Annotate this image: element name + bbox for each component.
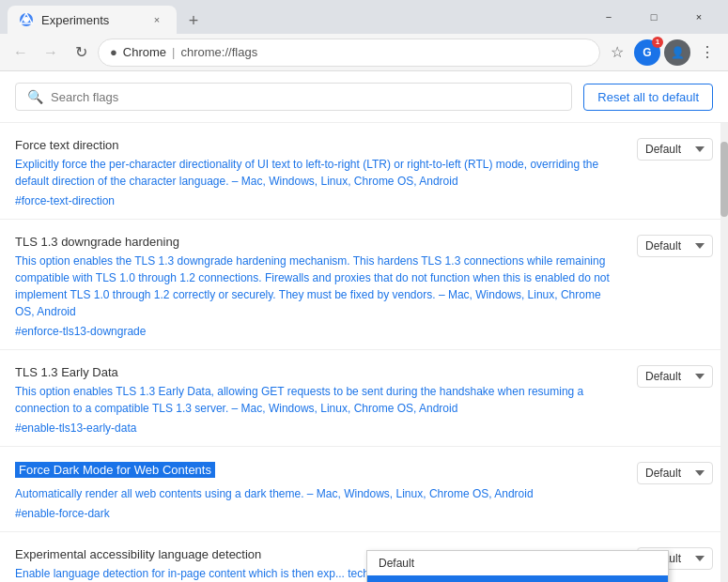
window-controls: − □ × xyxy=(587,2,720,32)
flag-select-tls13-early-data[interactable]: Default Enabled Disabled xyxy=(637,365,713,388)
force-dark-dropdown: Default Enabled Enabled with simple HSL-… xyxy=(366,550,669,582)
flag-select-wrap: Default Enabled Disabled xyxy=(637,462,713,484)
maximize-button[interactable]: □ xyxy=(632,2,675,32)
flag-anchor[interactable]: #enable-force-dark xyxy=(15,507,110,520)
title-bar: Experiments × + − □ × xyxy=(0,0,728,34)
active-tab[interactable]: Experiments × xyxy=(8,6,177,34)
minimize-button[interactable]: − xyxy=(587,2,630,32)
address-separator: | xyxy=(172,45,175,59)
account-button[interactable]: 👤 xyxy=(664,39,690,66)
scrollbar-thumb[interactable] xyxy=(720,142,728,217)
new-tab-button[interactable]: + xyxy=(180,8,207,34)
flag-title: TLS 1.3 downgrade hardening xyxy=(15,235,615,249)
flag-select-wrap: Default Enabled Disabled xyxy=(637,138,713,161)
flag-item-tls13-early-data: TLS 1.3 Early Data This option enables T… xyxy=(0,350,728,447)
dropdown-option-enabled[interactable]: Enabled xyxy=(367,575,668,582)
flags-page-wrapper: Force text direction Explicitly force th… xyxy=(0,123,728,582)
page-content: 🔍 Reset all to default Force text direct… xyxy=(0,71,728,582)
notification-badge: 1 xyxy=(652,37,663,48)
reload-button[interactable]: ↻ xyxy=(68,39,94,66)
toolbar: ← → ↻ ● Chrome | chrome://flags ☆ G 1 👤 … xyxy=(0,34,728,71)
flag-anchor[interactable]: #enforce-tls13-downgrade xyxy=(15,325,146,338)
address-domain: Chrome xyxy=(123,45,166,59)
flag-description: This option enables the TLS 1.3 downgrad… xyxy=(15,253,615,320)
profile-button[interactable]: G 1 xyxy=(634,39,660,66)
bookmark-button[interactable]: ☆ xyxy=(604,39,630,66)
flags-header: 🔍 Reset all to default xyxy=(0,71,728,123)
flag-select-wrap: Default Enabled Disabled xyxy=(637,235,713,257)
search-input[interactable] xyxy=(51,90,560,104)
flag-title: Force text direction xyxy=(15,138,615,152)
reset-all-button[interactable]: Reset all to default xyxy=(583,84,713,111)
flag-item-force-text-direction: Force text direction Explicitly force th… xyxy=(0,123,728,220)
flag-item-force-dark: Force Dark Mode for Web Contents Automat… xyxy=(0,447,728,532)
flag-anchor[interactable]: #enable-tls13-early-data xyxy=(15,421,136,435)
flag-anchor[interactable]: #force-text-direction xyxy=(15,194,115,207)
forward-button[interactable]: → xyxy=(38,39,64,66)
flag-select-wrap: Default Enabled Disabled xyxy=(637,365,713,388)
toolbar-actions: ☆ G 1 👤 ⋮ xyxy=(604,39,720,66)
flag-description: This option enables TLS 1.3 Early Data, … xyxy=(15,383,615,417)
tab-close-button[interactable]: × xyxy=(148,11,165,28)
flag-item-tls13-downgrade: TLS 1.3 downgrade hardening This option … xyxy=(0,220,728,350)
address-path: chrome://flags xyxy=(181,45,258,59)
flag-title-highlight: Force Dark Mode for Web Contents xyxy=(15,462,215,478)
menu-button[interactable]: ⋮ xyxy=(694,39,720,66)
flag-select-tls13-downgrade[interactable]: Default Enabled Disabled xyxy=(637,235,713,257)
tab-favicon xyxy=(19,12,34,27)
dropdown-option-default[interactable]: Default xyxy=(367,551,668,575)
address-bar[interactable]: ● Chrome | chrome://flags xyxy=(98,38,600,67)
search-box[interactable]: 🔍 xyxy=(15,83,572,111)
flag-select-force-text-direction[interactable]: Default Enabled Disabled xyxy=(637,138,713,161)
browser-frame: Experiments × + − □ × ← → ↻ ● Chrome | c… xyxy=(0,0,728,582)
scrollbar-track xyxy=(720,123,728,582)
close-button[interactable]: × xyxy=(677,2,720,32)
flag-description: Automatically render all web contents us… xyxy=(15,485,615,502)
flag-description: Explicitly force the per-character direc… xyxy=(15,156,615,190)
search-icon: 🔍 xyxy=(27,89,43,104)
back-button[interactable]: ← xyxy=(8,39,34,66)
tab-title: Experiments xyxy=(41,13,141,27)
flags-list: Force text direction Explicitly force th… xyxy=(0,123,728,582)
lock-icon: ● xyxy=(110,45,117,59)
flag-title: TLS 1.3 Early Data xyxy=(15,365,615,379)
flag-select-force-dark[interactable]: Default Enabled Disabled xyxy=(637,462,713,484)
tab-strip: Experiments × + xyxy=(8,0,580,34)
